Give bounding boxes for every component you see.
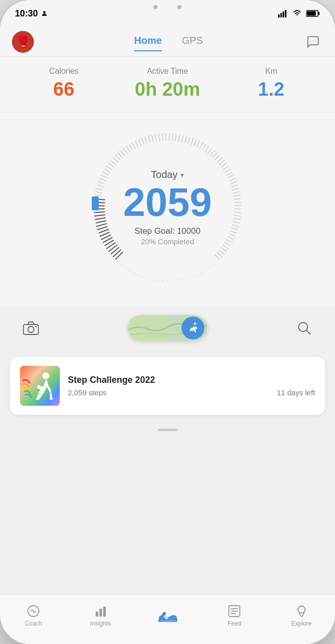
km-label: Km: [219, 67, 323, 76]
phone-frame: 10:30: [0, 0, 335, 644]
feed-label: Feed: [228, 620, 241, 627]
challenge-days-left: 11 days left: [277, 388, 315, 397]
map-toggle[interactable]: [128, 315, 207, 341]
bottom-nav: Coach Insights: [0, 594, 335, 644]
svg-line-38: [103, 172, 109, 175]
explore-icon: [295, 604, 309, 618]
svg-line-35: [98, 181, 105, 184]
step-completed: 20% Completed: [141, 237, 194, 246]
battery-icon: [306, 9, 320, 17]
insights-icon: [94, 604, 108, 618]
svg-line-110: [215, 255, 220, 260]
stat-active-time: Active Time 0h 20m: [116, 67, 219, 100]
svg-line-67: [188, 137, 190, 144]
svg-line-55: [149, 136, 151, 143]
svg-rect-123: [96, 612, 98, 617]
svg-line-92: [234, 202, 241, 202]
nav-item-coach[interactable]: Coach: [0, 604, 67, 627]
svg-line-32: [95, 192, 102, 193]
svg-line-58: [159, 134, 160, 141]
svg-point-8: [310, 40, 311, 41]
dial-center: Today ▾ 2059 Step Goal: 10000 20% Comple…: [123, 169, 212, 246]
svg-rect-3: [283, 11, 284, 17]
svg-line-72: [202, 145, 206, 151]
svg-line-46: [121, 151, 125, 156]
svg-rect-6: [319, 12, 320, 15]
svg-line-34: [97, 185, 104, 187]
active-time-value: 0h 20m: [116, 79, 219, 100]
challenge-meta: 2,059 steps 11 days left: [68, 388, 315, 397]
svg-line-91: [234, 198, 241, 199]
calories-label: Calories: [12, 67, 116, 76]
svg-line-49: [129, 145, 133, 151]
svg-line-86: [230, 181, 237, 184]
svg-line-50: [132, 143, 136, 149]
challenge-icon: [20, 366, 60, 406]
notch-dots: [154, 5, 181, 11]
step-dial: Today ▾ 2059 Step Goal: 10000 20% Comple…: [83, 123, 252, 292]
today-label[interactable]: Today ▾: [151, 169, 184, 180]
drag-indicator: [0, 423, 335, 435]
svg-line-101: [230, 231, 237, 233]
svg-line-21: [97, 226, 108, 230]
svg-line-62: [172, 134, 173, 141]
coach-icon: [26, 604, 40, 618]
svg-line-63: [175, 134, 176, 141]
chat-icon: [306, 35, 320, 49]
svg-line-108: [219, 250, 224, 254]
svg-line-12: [113, 250, 121, 257]
challenge-section: Step Challenge 2022 2,059 steps 11 days …: [0, 349, 335, 423]
svg-line-42: [111, 161, 116, 165]
camera-icon: [23, 321, 39, 335]
svg-line-102: [229, 234, 235, 237]
svg-line-78: [217, 158, 222, 162]
svg-line-70: [197, 141, 200, 148]
svg-line-95: [234, 212, 241, 213]
svg-line-47: [123, 149, 127, 154]
status-time: 10:30: [15, 8, 48, 19]
avatar[interactable]: 🥊: [12, 31, 34, 53]
svg-line-90: [233, 195, 240, 196]
search-icon: [297, 321, 312, 335]
svg-line-43: [113, 158, 118, 162]
svg-point-10: [315, 40, 316, 41]
stat-km: Km 1.2: [219, 67, 323, 100]
nav-item-feed[interactable]: Feed: [201, 604, 268, 627]
svg-line-64: [178, 135, 179, 142]
camera-button[interactable]: [20, 317, 42, 339]
svg-point-130: [298, 606, 305, 613]
nav-item-steps[interactable]: [134, 604, 201, 628]
svg-line-82: [224, 169, 230, 172]
svg-line-54: [145, 137, 147, 144]
nav-item-insights[interactable]: Insights: [67, 604, 134, 627]
svg-line-99: [232, 225, 239, 227]
tool-row: [0, 307, 335, 349]
tab-home[interactable]: Home: [134, 35, 162, 48]
step-count: 2059: [123, 182, 212, 222]
svg-line-74: [207, 149, 211, 154]
svg-line-77: [215, 155, 220, 160]
map-toggle-knob: [181, 317, 204, 339]
svg-line-104: [226, 239, 232, 243]
svg-line-23: [95, 221, 106, 223]
clock: 10:30: [15, 8, 38, 19]
svg-line-39: [105, 169, 111, 172]
svg-line-83: [226, 172, 232, 175]
svg-point-117: [194, 322, 196, 324]
svg-line-59: [162, 134, 163, 141]
search-button[interactable]: [293, 317, 315, 339]
svg-line-25: [94, 215, 105, 216]
challenge-info: Step Challenge 2022 2,059 steps 11 days …: [68, 375, 315, 397]
challenge-steps: 2,059 steps: [68, 388, 107, 397]
tab-gps[interactable]: GPS: [182, 35, 203, 48]
progress-marker: [92, 196, 99, 210]
svg-line-96: [234, 215, 241, 216]
nav-item-explore[interactable]: Explore: [268, 604, 335, 627]
chat-button[interactable]: [303, 32, 323, 52]
svg-line-105: [224, 242, 230, 246]
challenge-card[interactable]: Step Challenge 2022 2,059 steps 11 days …: [10, 357, 325, 415]
svg-rect-2: [281, 13, 282, 17]
steps-icon: [156, 604, 179, 628]
svg-line-69: [194, 140, 197, 146]
runner-icon: [186, 322, 199, 334]
